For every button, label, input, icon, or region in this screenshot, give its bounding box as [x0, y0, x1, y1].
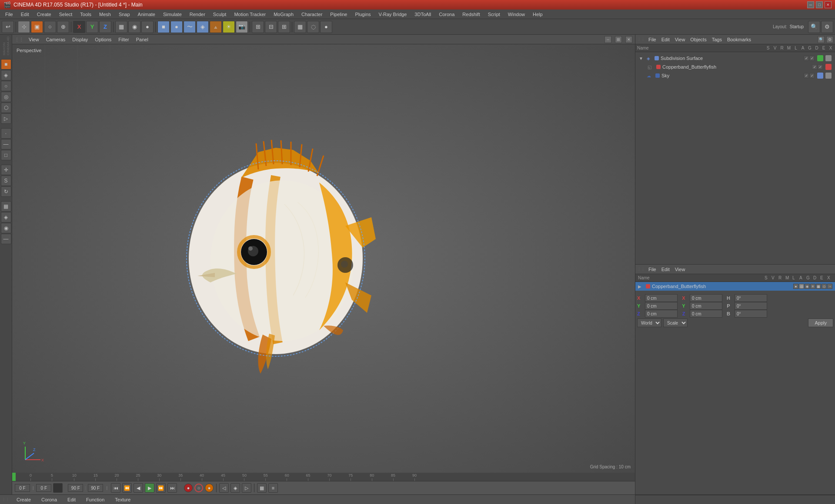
attr-lock-toggle[interactable]: ◎	[799, 284, 804, 289]
toolbar-light[interactable]: ☀	[223, 21, 235, 33]
play-button[interactable]: ▶	[145, 483, 154, 493]
attr-expand[interactable]: ▶	[638, 284, 644, 289]
toolbar-sphere[interactable]: ●	[170, 21, 183, 33]
coord-world-select[interactable]: World	[637, 318, 661, 327]
menu-item-character[interactable]: Character	[298, 11, 326, 18]
menu-item-corona[interactable]: Corona	[435, 11, 458, 18]
menu-item-simulate[interactable]: Simulate	[160, 11, 185, 18]
obj-search-icon[interactable]: 🔍	[818, 36, 825, 43]
keyframe-prev[interactable]: ◁	[219, 483, 229, 493]
minimize-button[interactable]: ─	[807, 1, 814, 8]
record-button[interactable]	[53, 483, 63, 493]
toolbar-snap2[interactable]: ⊟	[265, 21, 277, 33]
obj-toggle-lock-1[interactable]: ✓	[809, 56, 815, 61]
coord-x-rot[interactable]	[690, 294, 722, 302]
attr-motion-toggle[interactable]: ≡	[810, 284, 815, 289]
toolbar-nurbs[interactable]: ◈	[197, 21, 209, 33]
viewport-menu-options[interactable]: Options	[93, 36, 113, 43]
attr-selected-obj-row[interactable]: ▶ Copperband_Butterflyfish ● ◎ ◈ ≡ ▦ ◇ →	[635, 282, 835, 291]
menu-item-pipeline[interactable]: Pipeline	[327, 11, 351, 18]
obj-settings-icon[interactable]: ⚙	[826, 36, 833, 43]
go-start-button[interactable]: ⏮	[111, 483, 120, 493]
sidebar-poly-mode[interactable]: □	[1, 150, 11, 160]
obj-menu-objects[interactable]: Objects	[688, 36, 708, 43]
toolbar-select-circle[interactable]: ○	[44, 21, 56, 33]
obj-red-tag-2[interactable]	[825, 64, 832, 70]
keyframe-next[interactable]: ▷	[242, 483, 251, 493]
close-button[interactable]: ✕	[825, 1, 832, 8]
mat-tab-texture[interactable]: Texture	[111, 496, 134, 503]
sidebar-rotate[interactable]: ↻	[1, 186, 11, 197]
sidebar-sculpt-mode[interactable]: ○	[1, 81, 11, 91]
attr-menu-file[interactable]: File	[647, 266, 658, 272]
obj-row-copperband[interactable]: ◱ Copperband_Butterflyfish ✓ ✓	[637, 63, 833, 71]
coord-y-rot[interactable]	[690, 302, 722, 310]
toolbar-select-plus[interactable]: ⊕	[57, 21, 69, 33]
obj-row-subdivision[interactable]: ▼ ◈ Subdivision Surface ✓ ✓	[637, 54, 833, 63]
obj-toggle-vis-2[interactable]: ✓	[812, 64, 817, 70]
toolbar-select-live[interactable]: ⊹	[18, 21, 30, 33]
end-frame-input[interactable]	[88, 484, 103, 492]
toolbar-render-full[interactable]: ●	[141, 21, 154, 33]
apply-button[interactable]: Apply	[808, 318, 833, 327]
obj-grey-tag-3[interactable]	[825, 73, 832, 79]
obj-menu-file[interactable]: File	[647, 36, 658, 43]
menu-item-mograph[interactable]: MoGraph	[270, 11, 297, 18]
menu-item-mesh[interactable]: Mesh	[96, 11, 114, 18]
obj-grey-tag-1[interactable]	[825, 55, 832, 61]
sidebar-edge-mode[interactable]: —	[1, 139, 11, 149]
toolbar-sky[interactable]: ◌	[307, 21, 319, 33]
attr-menu-view[interactable]: View	[673, 266, 687, 272]
menu-item-snap[interactable]: Snap	[115, 11, 134, 18]
menu-item-render[interactable]: Render	[186, 11, 209, 18]
sidebar-sculpt-smooth[interactable]: ◉	[1, 223, 11, 233]
play-reverse-button[interactable]: ◀	[134, 483, 143, 493]
maximize-button[interactable]: □	[816, 1, 823, 8]
coord-z-rot[interactable]	[690, 310, 722, 318]
menu-item-plugins[interactable]: Plugins	[351, 11, 374, 18]
timeline-mode[interactable]: ▦	[257, 483, 267, 493]
coord-y-pos[interactable]	[645, 302, 678, 310]
obj-blue-tag-3[interactable]	[817, 73, 823, 79]
motion-path[interactable]: ≡	[268, 483, 278, 493]
viewport-icon-expand[interactable]: ↔	[605, 36, 611, 43]
mat-tab-corona[interactable]: Corona	[38, 496, 60, 503]
menu-item-help[interactable]: Help	[529, 11, 546, 18]
menu-item-v-ray-bridge[interactable]: V-Ray Bridge	[375, 11, 411, 18]
toolbar-x-axis[interactable]: X	[73, 21, 85, 33]
record-all-button[interactable]: ●	[205, 484, 214, 492]
sidebar-scale[interactable]: S	[1, 176, 11, 186]
viewport-menu-panel[interactable]: Panel	[134, 36, 150, 43]
attr-extra-toggle[interactable]: →	[827, 284, 832, 289]
toolbar-snap[interactable]: ⊞	[252, 21, 264, 33]
toolbar-select-rect[interactable]: ▣	[31, 21, 43, 33]
menu-item-window[interactable]: Window	[504, 11, 528, 18]
sidebar-move[interactable]: ✛	[1, 165, 11, 175]
obj-toggle-lock-3[interactable]: ✓	[809, 73, 815, 78]
menu-item-redshift[interactable]: Redshift	[459, 11, 483, 18]
toolbar-deform[interactable]: ⟁	[210, 21, 222, 33]
obj-menu-view[interactable]: View	[673, 36, 687, 43]
coord-z-pos[interactable]	[645, 310, 678, 318]
toolbar-undo[interactable]: ↩	[2, 21, 14, 33]
sidebar-model-mode[interactable]: ■	[1, 59, 11, 70]
coord-b-val[interactable]	[735, 310, 767, 318]
go-end-button[interactable]: ⏭	[167, 483, 177, 493]
step-back-button[interactable]: ⏪	[122, 483, 132, 493]
obj-toggle-vis-3[interactable]: ✓	[804, 73, 809, 78]
viewport-menu-cameras[interactable]: Cameras	[44, 36, 67, 43]
sidebar-sculpt-flatten[interactable]: —	[1, 234, 11, 244]
menu-item-file[interactable]: File	[2, 11, 17, 18]
menu-item-create[interactable]: Create	[33, 11, 55, 18]
attr-menu-edit[interactable]: Edit	[660, 266, 671, 272]
sidebar-point-mode[interactable]: ·	[1, 128, 11, 139]
menu-item-select[interactable]: Select	[56, 11, 76, 18]
mat-tab-function[interactable]: Function	[83, 496, 108, 503]
menu-item-script[interactable]: Script	[484, 11, 504, 18]
obj-toggle-lock-2[interactable]: ✓	[818, 64, 823, 70]
obj-menu-edit[interactable]: Edit	[660, 36, 671, 43]
key-button[interactable]: ○	[194, 484, 203, 492]
toolbar-render-region[interactable]: ▦	[115, 21, 127, 33]
coord-x-pos[interactable]	[645, 294, 678, 302]
viewport-icon-maximize[interactable]: ⊞	[615, 36, 622, 43]
